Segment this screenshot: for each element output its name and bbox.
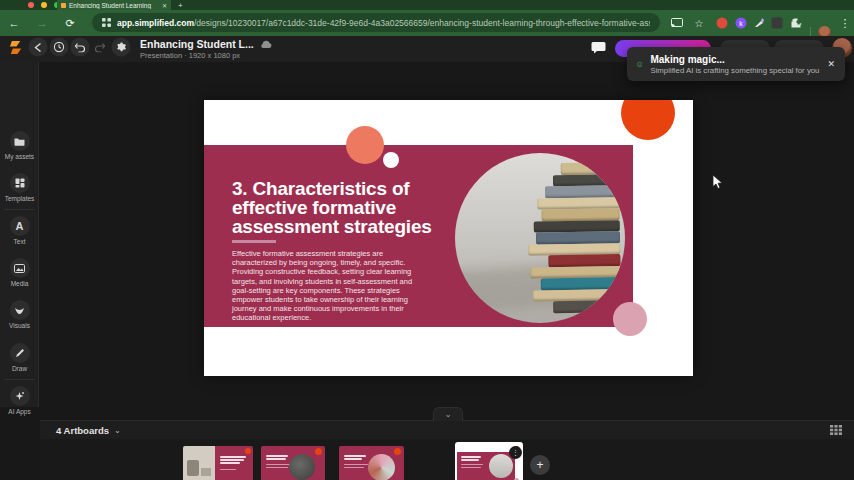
toast-close-icon[interactable]: ✕ — [827, 59, 835, 69]
sidebar-divider — [4, 209, 35, 210]
sidebar-label: My assets — [0, 153, 39, 160]
extensions-puzzle-icon[interactable] — [791, 18, 802, 29]
thumb-menu-icon[interactable]: ⋮ — [509, 446, 522, 459]
slide-orange-circle[interactable] — [621, 100, 675, 140]
artboard-thumb-2[interactable] — [261, 446, 325, 480]
ai-toast: Making magic... Simplified AI is craftin… — [627, 47, 845, 81]
artboard-thumb-4-selected[interactable]: ⋮ — [455, 442, 523, 480]
tab-title: Enhancing Student Learning — [69, 2, 159, 9]
browser-forward-icon[interactable]: → — [37, 17, 48, 29]
thumb1-text-panel — [215, 446, 254, 480]
new-tab-button[interactable]: + — [178, 1, 183, 10]
document-title: Enhancing Student L... — [140, 38, 254, 50]
cast-icon[interactable] — [671, 18, 683, 28]
add-artboard-button[interactable]: + — [530, 455, 550, 475]
toast-text: Making magic... Simplified AI is craftin… — [650, 54, 819, 75]
sidebar-divider — [4, 379, 35, 380]
sidebar-label: Draw — [0, 365, 39, 372]
templates-icon — [10, 173, 30, 193]
left-sidebar: My assets Templates A Text Media Visuals… — [0, 62, 39, 407]
tab-favicon — [61, 3, 66, 8]
extension-icon-2[interactable]: k — [736, 18, 747, 29]
artboard-thumb-1[interactable] — [183, 446, 253, 480]
slide-title[interactable]: 3. Characteristics of effective formativ… — [232, 179, 446, 236]
traffic-light-minimize[interactable] — [41, 2, 47, 8]
site-info-icon[interactable] — [102, 18, 111, 27]
slide-white-circle[interactable] — [383, 152, 399, 168]
cloud-sync-icon — [260, 40, 272, 49]
toast-title: Making magic... — [650, 54, 819, 65]
toast-smiley-icon — [637, 57, 642, 72]
url-domain: app.simplified.com — [117, 18, 194, 28]
bookmark-star-icon[interactable]: ☆ — [695, 18, 704, 29]
screen: Enhancing Student Learning ✕ + ← → ⟳ app… — [0, 0, 854, 480]
sidebar-label: Templates — [0, 195, 39, 202]
document-subtitle: Presentation · 1920 x 1080 px — [140, 51, 240, 60]
comments-icon[interactable] — [591, 41, 606, 54]
document-title-row[interactable]: Enhancing Student L... — [140, 38, 272, 50]
visuals-icon — [10, 300, 30, 320]
address-bar[interactable]: app.simplified.com/designs/10230017/a67c… — [92, 13, 660, 32]
sidebar-label: Media — [0, 280, 39, 287]
draw-pen-icon — [10, 343, 30, 363]
sidebar-item-visuals[interactable]: Visuals — [0, 300, 39, 329]
chevron-down-icon: ⌄ — [445, 410, 452, 419]
sidebar-item-draw[interactable]: Draw — [0, 343, 39, 372]
sidebar-item-media[interactable]: Media — [0, 258, 39, 287]
artboard-thumb-3[interactable] — [339, 446, 404, 480]
panel-collapse-tab[interactable]: ⌄ — [433, 407, 463, 421]
simplified-logo[interactable] — [9, 40, 24, 55]
slide-title-divider — [232, 240, 276, 243]
app-back-button[interactable] — [29, 38, 48, 57]
slide-body-text[interactable]: Effective formative assessment strategie… — [232, 249, 430, 323]
settings-gear-button[interactable] — [112, 38, 131, 57]
slide-pink-circle[interactable] — [613, 302, 647, 336]
slide-photo-books[interactable] — [455, 153, 625, 323]
extension-icon-1[interactable] — [717, 18, 728, 29]
url-text: app.simplified.com/designs/10230017/a67c… — [117, 18, 650, 28]
artboards-bar: 4 Artboards ⌄ — [40, 420, 854, 439]
sidebar-item-text[interactable]: A Text — [0, 216, 39, 245]
version-history-button[interactable] — [50, 38, 69, 57]
thumb2-photo-circle — [289, 454, 315, 480]
artboards-chevron-icon[interactable]: ⌄ — [114, 426, 121, 435]
sidebar-item-templates[interactable]: Templates — [0, 173, 39, 202]
sidebar-label: Visuals — [0, 322, 39, 329]
books-stack — [515, 162, 622, 313]
sidebar-item-ai-apps[interactable]: AI Apps — [0, 386, 39, 415]
folder-icon — [10, 131, 30, 151]
sidebar-item-my-assets[interactable]: My assets — [0, 131, 39, 160]
browser-tab[interactable]: Enhancing Student Learning ✕ — [57, 0, 171, 10]
tab-close-icon[interactable]: ✕ — [162, 2, 167, 9]
media-icon — [10, 258, 30, 278]
grid-view-icon[interactable] — [830, 425, 842, 435]
sidebar-label: Text — [0, 238, 39, 245]
extension-icon-4[interactable] — [772, 18, 783, 29]
undo-button[interactable] — [71, 38, 90, 57]
browser-toolbar: ← → ⟳ app.simplified.com/designs/1023001… — [0, 10, 854, 36]
thumb3-photo-circle — [368, 454, 395, 480]
browser-reload-icon[interactable]: ⟳ — [65, 17, 74, 30]
browser-back-icon[interactable]: ← — [9, 17, 20, 29]
text-icon: A — [10, 216, 30, 236]
artboard-thumbnails: ⋮ + — [40, 439, 854, 480]
slide-canvas[interactable]: 3. Characteristics of effective formativ… — [204, 100, 693, 376]
ai-sparkle-icon — [10, 386, 30, 406]
slide-salmon-circle[interactable] — [346, 126, 384, 164]
extension-pen-icon[interactable] — [754, 18, 764, 28]
thumb1-photo — [183, 446, 215, 480]
url-path: /designs/10230017/a67c1ddc-31de-42f9-9e6… — [194, 18, 650, 28]
toast-subtitle: Simplified AI is crafting something spec… — [650, 66, 819, 75]
redo-button[interactable] — [91, 38, 110, 57]
thumb4-photo-circle — [489, 454, 513, 478]
mouse-cursor — [712, 174, 724, 190]
artboards-count-label[interactable]: 4 Artboards — [56, 425, 109, 436]
traffic-light-close[interactable] — [28, 2, 34, 8]
sidebar-label: AI Apps — [0, 408, 39, 415]
browser-menu-icon[interactable]: ⋮ — [840, 17, 851, 30]
browser-tab-bar: Enhancing Student Learning ✕ + — [0, 0, 854, 10]
